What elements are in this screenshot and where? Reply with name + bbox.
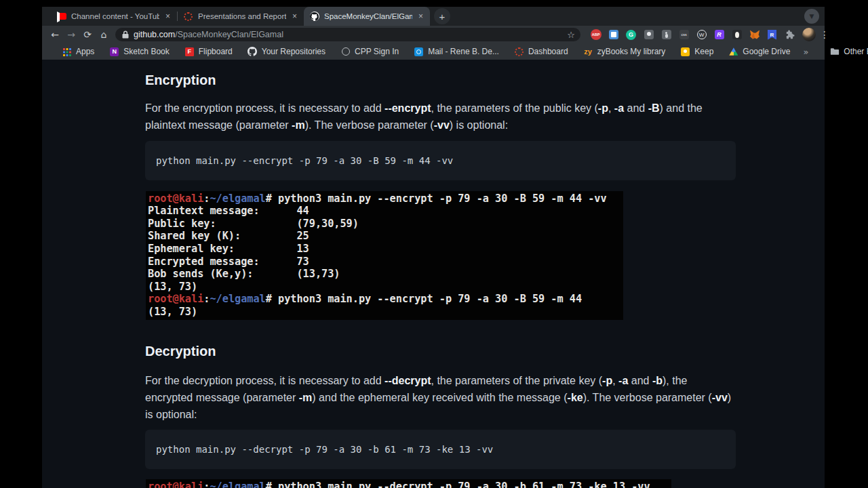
decryption-heading: Decryption [145,343,736,359]
forward-button[interactable]: → [64,27,79,42]
encrypt-code-block[interactable]: python main.py --encrypt -p 79 -a 30 -B … [145,141,736,180]
r-script-icon[interactable]: R [713,29,725,41]
terminal-line: root@kali:~/elgamal# python3 main.py --d… [148,481,668,488]
tab-presentations[interactable]: Presentations and Reports: CS × [178,7,304,26]
bookmarks-overflow-chevron[interactable]: » [797,47,814,57]
apps-grid-icon [62,47,72,57]
outlook-icon [414,47,424,57]
flag-bold: -p [598,102,608,114]
canvas-icon [514,47,524,57]
dictionary-icon[interactable] [608,29,619,41]
bookmark-cpp-sign-in[interactable]: CPP Sign In [333,47,406,57]
terminal-line: Ephemeral key: 13 [148,243,620,256]
metamask-icon[interactable] [749,29,760,41]
bookmark-star-icon[interactable]: ☆ [567,30,575,40]
tab-youtube-studio[interactable]: Channel content - YouTube Stu × [51,7,177,26]
close-icon[interactable]: × [291,12,298,21]
url-text: github.com/SpaceMonkeyClan/ElGamal [134,30,562,39]
terminal-line: Shared key (K): 25 [148,230,620,243]
close-icon[interactable]: × [417,12,425,21]
flag-bold: --decrypt [384,375,431,386]
encryption-heading: Encryption [145,72,736,88]
bookmark-mail[interactable]: Mail - Rene B. De... [406,47,507,57]
flag-bold: --encrypt [384,102,431,114]
tab-strip: Channel content - YouTube Stu × Presenta… [42,7,825,26]
tab-title: Presentations and Reports: CS [198,12,286,20]
github-icon [309,12,319,22]
bookmark-dashboard[interactable]: Dashboard [507,47,576,57]
terminal-line: Plaintext message: 44 [148,205,620,218]
puzzle-extensions-icon[interactable] [784,29,795,41]
flag-bold: -m [292,119,305,131]
wikipedia-icon[interactable]: W [696,29,707,41]
browser-menu-icon[interactable]: ⋮ [817,27,832,42]
zybooks-icon: zy [583,47,593,57]
bookmark-sketch-book[interactable]: NSketch Book [102,47,176,57]
home-button[interactable]: ⌂ [96,27,111,42]
new-tab-button[interactable]: + [434,8,450,24]
youtube-icon [56,12,66,22]
bookmarks-bar: Apps NSketch Book FFlipboard Your Reposi… [42,43,825,60]
lightbulb-icon[interactable] [643,29,654,41]
encrypt-terminal-screenshot: root@kali:~/elgamal# python3 main.py --e… [146,191,623,320]
tab-title: Channel content - YouTube Stu [71,12,159,20]
tab-elgamal-repo[interactable]: SpaceMonkeyClan/ElGamal: El × [304,7,430,26]
google-drive-icon [728,47,738,57]
flag-bold: -vv [712,392,728,403]
terminal-line: Public key: (79,30,59) [148,218,620,230]
other-bookmarks-button[interactable]: Other Bookmarks [822,47,868,57]
terminal-line: Encrypted message: 73 [148,256,620,268]
terminal-line: root@kali:~/elgamal# python3 main.py --e… [148,293,620,306]
github-icon [248,47,258,57]
flag-bold: -ke [568,392,583,403]
adblock-icon[interactable]: ABP [590,29,601,41]
back-button[interactable]: ← [47,27,62,42]
terminal-line: Bob sends (Ke,y): (13,73) [148,268,620,281]
browser-toolbar: ← → ⟳ ⌂ github.com/SpaceMonkeyClan/ElGam… [42,26,825,43]
bookmark-keep[interactable]: Keep [673,47,721,57]
chevron-down-icon[interactable]: ▼ [804,9,819,24]
onenote-icon: N [109,47,119,57]
close-icon[interactable]: × [164,12,172,21]
flag-bold: -vv [434,119,450,131]
terminal-line: (13, 73) [148,306,620,319]
desktop: Channel content - YouTube Stu × Presenta… [0,0,868,488]
decrypt-terminal-screenshot: root@kali:~/elgamal# python3 main.py --d… [146,479,671,488]
flag-bold: -B [648,102,660,114]
encryption-paragraph: For the encryption process, it is necess… [145,100,736,134]
flag-bold: -a [614,102,624,114]
bookmark-your-repositories[interactable]: Your Repositories [240,47,333,57]
extensions-row: ABP G css W R R [590,29,795,41]
flipboard-icon: F [184,47,195,57]
decrypt-code-block[interactable]: python main.py --decrypt -p 79 -a 30 -b … [145,430,736,469]
terminal-line: (13, 73) [148,281,620,293]
folder-icon [829,47,840,57]
flag-bold: -b [652,375,663,386]
address-bar[interactable]: github.com/SpaceMonkeyClan/ElGamal ☆ [115,28,580,41]
egg-icon[interactable] [731,29,743,41]
flag-bold: -a [618,375,628,386]
lock-icon [122,30,129,39]
terminal-line: root@kali:~/elgamal# python3 main.py --e… [148,192,620,205]
flag-bold: -p [602,375,612,386]
keep-icon [680,47,690,57]
reload-button[interactable]: ⟳ [80,27,95,42]
readme-content: Encryption For the encryption process, i… [145,60,736,488]
circle-icon [340,47,351,57]
figure-icon[interactable] [660,29,672,41]
canvas-icon [183,12,193,22]
css-extension-icon[interactable]: css [678,29,690,41]
grammarly-icon[interactable]: G [625,29,637,41]
bookmark-apps[interactable]: Apps [54,47,102,57]
profile-avatar[interactable] [802,28,816,41]
github-readme-page: Encryption For the encryption process, i… [42,60,825,488]
flag-bold: -m [299,392,313,403]
bookmark-zybooks[interactable]: zyzyBooks My library [576,47,673,57]
tab-title: SpaceMonkeyClan/ElGamal: El [324,12,412,20]
shield-extension-icon[interactable]: R [766,29,778,41]
browser-window: Channel content - YouTube Stu × Presenta… [42,7,825,488]
decryption-paragraph: For the decryption process, it is necess… [145,372,736,424]
bookmark-flipboard[interactable]: FFlipboard [177,47,240,57]
bookmark-google-drive[interactable]: Google Drive [721,47,797,57]
